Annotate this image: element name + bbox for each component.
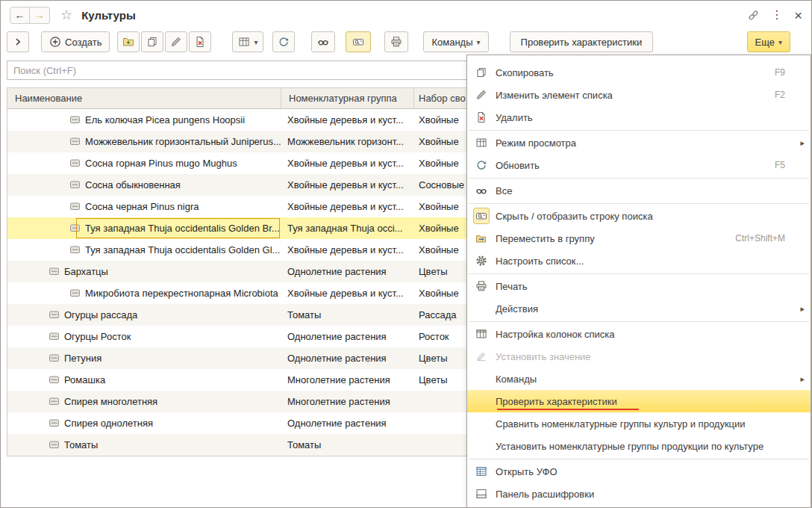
forward-arrow-icon: →	[34, 9, 45, 21]
menu-item-shortcut: F9	[775, 67, 785, 78]
icon-spacer	[473, 438, 490, 454]
more-button[interactable]: Еще ▾	[747, 31, 790, 52]
row-name-text: Микробиота перекрестнопарная Microbiota …	[85, 282, 281, 304]
delete-button[interactable]	[189, 31, 211, 52]
submenu-arrow-icon: ▸	[796, 138, 805, 148]
menu-item-label: Изменить элемент списка	[496, 90, 766, 101]
row-name-text: Петуния	[64, 347, 102, 369]
titlebar-actions: ⋮ ×	[747, 8, 802, 22]
create-button[interactable]: Создать	[41, 31, 110, 52]
delete-icon	[473, 109, 490, 126]
menu-item[interactable]: Переместить в группуCtrl+Shift+M	[467, 227, 811, 250]
cell-name: Ромашка	[7, 369, 281, 391]
menu-item[interactable]: СкопироватьF9	[467, 61, 811, 84]
edit-button[interactable]	[165, 31, 187, 52]
menu-separator	[469, 203, 809, 204]
view-mode-icon	[473, 134, 490, 151]
menu-item[interactable]: Настройка колонок списка	[467, 323, 811, 345]
menu-item[interactable]: Установить номенклатурные группы продукц…	[467, 435, 811, 457]
glasses-icon	[317, 36, 329, 48]
item-icon	[49, 267, 59, 276]
cell-name: Томаты	[7, 434, 281, 456]
check-characteristics-button[interactable]: Проверить характеристики	[510, 31, 654, 52]
menu-item-label: Настроить список...	[496, 255, 796, 267]
panel-icon	[473, 486, 490, 502]
menu-item[interactable]: Команды▸	[467, 368, 811, 390]
menu-item[interactable]: Скрыть / отобразить строку поиска	[467, 205, 811, 227]
item-icon	[49, 397, 59, 406]
copy-icon	[146, 36, 158, 48]
cell-group: Хвойные деревья и куст...	[281, 196, 414, 217]
submenu-arrow-icon: ▸	[796, 304, 805, 314]
cell-group: Многолетние растения	[281, 391, 414, 412]
cell-name: Сосна черная Pinus nigra	[7, 196, 281, 217]
back-button[interactable]: ←	[10, 7, 30, 24]
menu-item[interactable]: Открыть УФО	[467, 460, 811, 483]
cell-group: Однолетние растения	[281, 412, 414, 434]
glasses-icon	[473, 182, 490, 199]
item-icon	[70, 224, 80, 232]
favorite-star-icon[interactable]: ☆	[60, 8, 72, 22]
row-name-text: Сосна черная Pinus nigra	[85, 196, 199, 217]
cell-group: Хвойные деревья и куст...	[281, 174, 414, 196]
menu-item[interactable]: Изменить элемент спискаF2	[467, 84, 811, 106]
commands-button[interactable]: Команды ▾	[423, 31, 488, 52]
kebab-menu-icon[interactable]: ⋮	[771, 9, 783, 21]
close-icon[interactable]: ×	[794, 8, 802, 22]
cell-name: Туя западная Thuja occidentalis Golden G…	[7, 239, 281, 261]
row-name-text: Туя западная Thuja occidentalis Golden G…	[85, 239, 280, 261]
menu-item[interactable]: Панель расшифровки	[467, 483, 811, 505]
menu-item[interactable]: Проверить характеристики	[467, 390, 811, 412]
item-icon	[49, 441, 59, 449]
menu-separator	[469, 178, 809, 179]
menu-item-label: Режим просмотра	[496, 137, 796, 149]
menu-item-label: Действия	[496, 303, 796, 315]
columns-icon	[473, 326, 490, 342]
create-group-button[interactable]	[117, 31, 140, 52]
item-icon	[49, 311, 59, 319]
cell-name: Спирея многолетняя	[7, 391, 281, 412]
search-bar-icon	[473, 208, 490, 224]
menu-item[interactable]: Удалить	[467, 106, 811, 128]
menu-item[interactable]: Режим просмотра▸	[467, 131, 811, 154]
menu-item-label: Удалить	[496, 112, 796, 123]
toggle-search-button[interactable]	[346, 31, 371, 52]
cell-group: Однолетние растения	[281, 326, 414, 347]
check-characteristics-label: Проверить характеристики	[521, 37, 643, 48]
row-name-text: Огурцы Росток	[64, 326, 131, 347]
cell-group: Хвойные деревья и куст...	[281, 109, 414, 131]
menu-item[interactable]: Все	[467, 179, 811, 202]
expand-panel-button[interactable]	[7, 31, 29, 52]
menu-item-label: Установить номенклатурные группы продукц…	[496, 441, 796, 452]
menu-item[interactable]: Действия▸	[467, 297, 811, 320]
forward-button[interactable]: →	[30, 7, 50, 24]
menu-item-label: Команды	[496, 374, 796, 385]
caret-down-icon: ▾	[254, 38, 257, 46]
menu-item-label: Установить значение	[496, 351, 796, 362]
item-icon	[70, 159, 80, 167]
get-link-icon[interactable]	[747, 9, 760, 22]
icon-spacer	[473, 300, 490, 317]
menu-item[interactable]: ОбновитьF5	[467, 154, 811, 176]
menu-item[interactable]: Печать	[467, 275, 811, 297]
view-mode-button[interactable]: ▾	[232, 31, 263, 52]
cell-group: Многолетние растения	[281, 369, 414, 391]
row-name-text: Можжевельник горизонтальный Juniperus...	[85, 131, 281, 152]
cell-name: Спирея однолетняя	[7, 412, 281, 434]
menu-item-label: Печать	[496, 281, 796, 292]
column-header-name[interactable]: Наименование	[7, 88, 281, 108]
menu-separator	[469, 459, 809, 459]
refresh-button[interactable]	[272, 31, 295, 52]
icon-spacer	[473, 371, 490, 387]
print-button[interactable]	[384, 31, 408, 52]
column-header-group[interactable]: Номенклатурная группа	[281, 88, 414, 108]
pencil-icon	[473, 87, 490, 103]
cell-group: Хвойные деревья и куст...	[281, 239, 414, 261]
show-all-button[interactable]	[311, 31, 335, 52]
menu-item[interactable]: Сравнить номенклатурные группы культур и…	[467, 412, 811, 435]
menu-item[interactable]: Настроить список...	[467, 250, 811, 272]
copy-button[interactable]	[141, 31, 163, 52]
delete-icon	[194, 36, 206, 48]
menu-item-shortcut: F5	[775, 160, 785, 170]
row-name-text: Туя западная Thuja occidentalis Golden B…	[85, 217, 280, 239]
